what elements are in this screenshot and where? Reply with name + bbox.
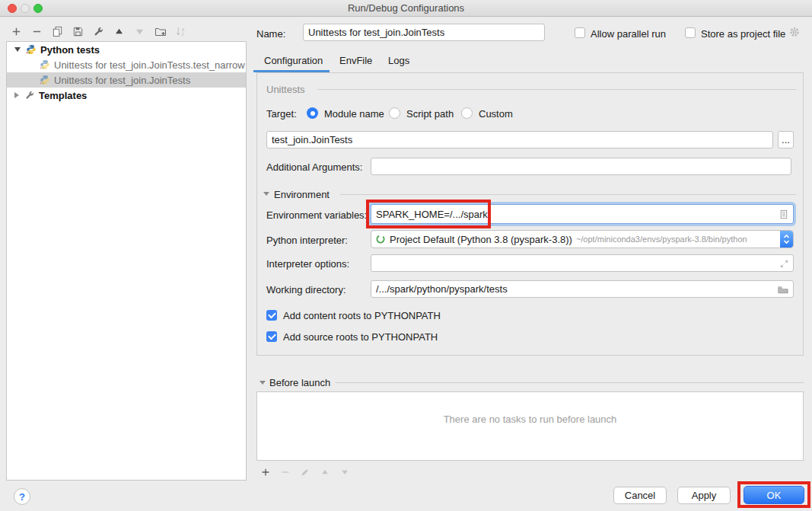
title-bar: Run/Debug Configurations <box>0 0 812 17</box>
expand-field-icon[interactable] <box>778 257 790 270</box>
tree-item-label: Unittests for test_join.JoinTests.test_n… <box>54 59 245 71</box>
remove-icon[interactable] <box>30 25 43 38</box>
working-directory-label: Working directory: <box>266 284 346 295</box>
additional-arguments-label: Additional Arguments: <box>266 161 362 173</box>
store-as-project-file-checkbox[interactable] <box>685 27 696 38</box>
python-tests-icon <box>39 59 51 70</box>
allow-parallel-run-checkbox[interactable] <box>575 27 585 38</box>
tree-item-python-tests[interactable]: Python tests <box>7 42 246 57</box>
target-label: Target: <box>266 108 297 120</box>
group-divider <box>336 382 804 383</box>
environment-section-title[interactable]: Environment <box>274 189 330 200</box>
chevron-right-icon[interactable] <box>14 92 19 98</box>
allow-parallel-run-label: Allow parallel run <box>591 28 666 40</box>
name-label: Name: <box>256 28 285 40</box>
tree-item-label: Templates <box>39 90 87 101</box>
python-tests-icon <box>25 44 37 55</box>
group-divider <box>340 194 796 195</box>
move-task-up-icon <box>318 465 331 478</box>
add-icon[interactable] <box>10 25 23 38</box>
tree-item-templates[interactable]: Templates <box>7 88 246 103</box>
templates-wrench-icon <box>24 90 36 101</box>
target-custom-label: Custom <box>479 108 513 120</box>
apply-button[interactable]: Apply <box>677 487 731 504</box>
tab-logs[interactable]: Logs <box>388 55 409 66</box>
browse-button[interactable]: ... <box>778 131 794 149</box>
tab-envfile[interactable]: EnvFile <box>339 55 372 66</box>
sort-icon: az <box>174 25 187 38</box>
add-content-roots-checkbox[interactable] <box>266 310 277 321</box>
tree-item-label: Python tests <box>40 44 100 56</box>
tree-item-unittest-narrow[interactable]: Unittests for test_join.JoinTests.test_n… <box>7 57 246 72</box>
target-custom-radio[interactable] <box>461 107 473 119</box>
python-interpreter-label: Python interpreter: <box>266 235 348 246</box>
tree-item-label: Unittests for test_join.JoinTests <box>54 75 190 86</box>
target-script-path-label: Script path <box>406 108 454 120</box>
additional-arguments-input[interactable] <box>371 158 791 175</box>
dropdown-spinner-icon[interactable] <box>780 231 793 248</box>
configurations-tree: Python tests Unittests for test_join.Joi… <box>6 41 247 481</box>
python-interpreter-path: ~/opt/miniconda3/envs/pyspark-3.8/bin/py… <box>576 235 747 244</box>
before-launch-collapse-icon[interactable] <box>260 381 266 385</box>
new-folder-icon[interactable] <box>154 25 167 38</box>
remove-task-icon <box>279 465 291 478</box>
python-tests-icon <box>39 75 51 85</box>
folder-icon[interactable] <box>776 283 789 295</box>
interpreter-options-input[interactable] <box>371 254 794 272</box>
add-content-roots-label: Add content roots to PYTHONPATH <box>283 310 441 321</box>
add-task-icon[interactable] <box>259 465 272 478</box>
ok-button[interactable]: OK <box>744 486 804 504</box>
edit-templates-icon[interactable] <box>92 25 105 38</box>
edit-task-icon <box>298 465 311 478</box>
target-module-name-label: Module name <box>324 108 384 120</box>
target-script-path-radio[interactable] <box>389 107 400 119</box>
before-launch-task-list: There are no tasks to run before launch <box>256 391 804 461</box>
conda-env-icon <box>375 234 386 244</box>
add-source-roots-label: Add source roots to PYTHONPATH <box>283 331 438 343</box>
interpreter-options-label: Interpreter options: <box>266 258 349 270</box>
save-icon[interactable] <box>72 25 84 38</box>
before-launch-toolbar <box>259 465 351 478</box>
tree-item-unittest-jointests[interactable]: Unittests for test_join.JoinTests <box>7 72 246 88</box>
target-module-name-radio[interactable] <box>307 107 318 119</box>
move-down-icon <box>133 25 146 38</box>
unittests-group-title: Unittests <box>266 84 305 95</box>
environment-collapse-icon[interactable] <box>263 192 269 196</box>
chevron-down-icon[interactable] <box>14 47 21 52</box>
environment-variables-label: Environment variables: <box>266 209 367 221</box>
name-input[interactable] <box>303 24 545 41</box>
move-up-icon[interactable] <box>113 25 126 38</box>
move-task-down-icon <box>338 465 351 478</box>
add-source-roots-checkbox[interactable] <box>266 331 277 342</box>
copy-icon[interactable] <box>51 25 64 38</box>
configurations-toolbar: az <box>10 24 187 39</box>
module-name-input[interactable] <box>266 131 773 149</box>
python-interpreter-select[interactable]: Project Default (Python 3.8 (pyspark-3.8… <box>371 230 794 248</box>
gear-icon[interactable] <box>788 26 801 40</box>
before-launch-section-title[interactable]: Before launch <box>269 377 330 388</box>
tab-configuration[interactable]: Configuration <box>264 55 323 66</box>
svg-text:z: z <box>181 31 183 37</box>
cancel-button[interactable]: Cancel <box>613 487 667 504</box>
edit-variables-icon[interactable] <box>777 208 790 221</box>
group-divider <box>317 89 796 90</box>
working-directory-input[interactable] <box>371 280 794 298</box>
window-title: Run/Debug Configurations <box>0 2 812 14</box>
store-as-project-file-label: Store as project file <box>701 28 785 40</box>
python-interpreter-value: Project Default (Python 3.8 (pyspark-3.8… <box>390 234 572 245</box>
before-launch-empty-text: There are no tasks to run before launch <box>257 414 803 425</box>
environment-variables-input[interactable] <box>371 204 794 224</box>
help-button[interactable]: ? <box>14 488 30 505</box>
